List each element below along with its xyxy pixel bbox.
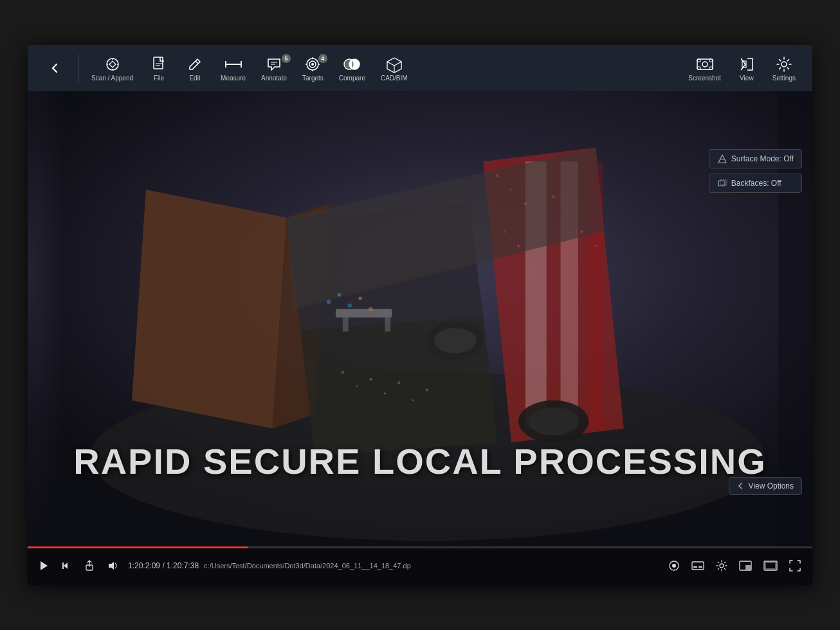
volume-button[interactable] bbox=[104, 558, 123, 573]
settings-icon bbox=[775, 55, 793, 73]
view-options-button[interactable]: View Options bbox=[729, 477, 802, 495]
annotate-button[interactable]: 5 Annotate bbox=[255, 51, 293, 86]
svg-marker-34 bbox=[132, 190, 286, 428]
settings-label: Settings bbox=[772, 75, 796, 82]
play-button[interactable] bbox=[35, 558, 52, 573]
svg-point-65 bbox=[397, 381, 400, 384]
big-text-overlay: RAPID SECURE LOCAL PROCESSING bbox=[28, 440, 812, 482]
viewport[interactable]: Surface Mode: Off Backfaces: Off RAPID S… bbox=[28, 91, 812, 546]
svg-marker-79 bbox=[64, 562, 68, 569]
svg-point-60 bbox=[531, 259, 533, 261]
targets-label: Targets bbox=[302, 75, 324, 82]
targets-button[interactable]: 4 Targets bbox=[296, 51, 330, 86]
svg-rect-77 bbox=[720, 179, 727, 184]
file-label: File bbox=[154, 75, 164, 82]
svg-rect-5 bbox=[154, 57, 163, 69]
svg-point-16 bbox=[311, 63, 314, 66]
playback-speed-button[interactable] bbox=[664, 557, 684, 574]
playback-settings-button[interactable] bbox=[712, 557, 731, 574]
svg-point-68 bbox=[327, 300, 331, 305]
svg-point-50 bbox=[496, 174, 498, 177]
time-display: 1:20:2:09 / 1:20:7:38 bbox=[128, 561, 199, 570]
svg-point-72 bbox=[369, 307, 373, 311]
annotate-label: Annotate bbox=[261, 75, 287, 82]
compare-label: Compare bbox=[339, 75, 365, 82]
svg-point-49 bbox=[528, 408, 579, 436]
svg-rect-90 bbox=[745, 565, 751, 570]
file-icon bbox=[150, 55, 168, 73]
svg-point-59 bbox=[517, 244, 520, 247]
settings-button[interactable]: Settings bbox=[766, 51, 802, 86]
back-icon bbox=[46, 59, 64, 77]
targets-badge: 4 bbox=[318, 54, 327, 63]
svg-rect-80 bbox=[62, 562, 64, 569]
svg-point-64 bbox=[384, 392, 386, 394]
svg-point-47 bbox=[434, 328, 477, 353]
svg-point-70 bbox=[347, 303, 352, 308]
progress-bar-fill bbox=[28, 546, 248, 548]
compare-icon bbox=[343, 55, 361, 73]
measure-icon bbox=[224, 55, 242, 73]
svg-point-56 bbox=[580, 230, 583, 233]
step-back-button[interactable] bbox=[57, 558, 75, 573]
bottom-right-controls bbox=[664, 557, 805, 574]
svg-point-0 bbox=[107, 59, 118, 70]
svg-point-61 bbox=[342, 371, 344, 374]
view-label: View bbox=[740, 75, 754, 82]
surface-mode-label: Surface Mode: Off bbox=[731, 154, 794, 163]
cadbim-icon bbox=[385, 55, 403, 73]
svg-point-69 bbox=[338, 293, 341, 296]
svg-point-67 bbox=[426, 388, 428, 391]
svg-point-53 bbox=[538, 181, 540, 183]
edit-button[interactable]: Edit bbox=[178, 51, 212, 86]
progress-bar-container[interactable] bbox=[28, 546, 812, 548]
svg-point-22 bbox=[349, 59, 360, 69]
svg-point-55 bbox=[567, 210, 569, 212]
view-button[interactable]: View bbox=[730, 51, 763, 86]
file-button[interactable]: File bbox=[142, 51, 176, 86]
annotate-badge: 5 bbox=[282, 54, 291, 63]
svg-rect-86 bbox=[693, 566, 697, 568]
svg-line-8 bbox=[196, 61, 198, 64]
bottom-bar: 1:20:2:09 / 1:20:7:38 c:/Users/Test/Docu… bbox=[28, 546, 812, 585]
backfaces-button[interactable]: Backfaces: Off bbox=[709, 174, 802, 193]
svg-rect-24 bbox=[697, 59, 713, 69]
svg-marker-82 bbox=[109, 562, 114, 570]
time-current: 1:20:2:09 bbox=[128, 561, 160, 570]
right-panel: Surface Mode: Off Backfaces: Off bbox=[709, 149, 802, 193]
toolbar-divider-1 bbox=[78, 54, 78, 82]
svg-point-58 bbox=[503, 231, 505, 233]
svg-point-88 bbox=[720, 564, 724, 568]
svg-rect-92 bbox=[765, 562, 776, 569]
cadbim-button[interactable]: CAD/BIM bbox=[374, 51, 414, 86]
filepath-display: c:/Users/Test/Documents/Dot3d/Data/2024_… bbox=[204, 562, 411, 570]
back-button[interactable] bbox=[38, 55, 71, 81]
svg-point-71 bbox=[358, 297, 361, 300]
view-icon bbox=[738, 55, 756, 73]
fullscreen-button[interactable] bbox=[785, 557, 805, 574]
annotate-icon bbox=[265, 55, 283, 73]
mini-player-button[interactable] bbox=[735, 558, 756, 573]
svg-point-57 bbox=[595, 245, 597, 247]
measure-label: Measure bbox=[221, 75, 246, 82]
svg-point-51 bbox=[510, 188, 512, 190]
edit-icon bbox=[186, 55, 204, 73]
screenshot-button[interactable]: Screenshot bbox=[682, 51, 727, 86]
measure-button[interactable]: Measure bbox=[214, 51, 252, 86]
svg-rect-76 bbox=[718, 181, 725, 186]
svg-point-63 bbox=[369, 378, 372, 381]
compare-button[interactable]: Compare bbox=[333, 51, 372, 86]
scan-append-button[interactable]: Scan / Append bbox=[85, 51, 140, 86]
backfaces-label: Backfaces: Off bbox=[731, 179, 781, 188]
view-options-label: View Options bbox=[749, 482, 794, 491]
cadbim-label: CAD/BIM bbox=[381, 75, 408, 82]
scan-icon bbox=[104, 55, 122, 73]
surface-mode-button[interactable]: Surface Mode: Off bbox=[709, 149, 802, 168]
edit-label: Edit bbox=[189, 75, 200, 82]
svg-point-29 bbox=[702, 62, 708, 67]
share-button[interactable] bbox=[80, 557, 98, 574]
theater-mode-button[interactable] bbox=[760, 558, 781, 573]
subtitles-button[interactable] bbox=[688, 558, 708, 573]
svg-rect-43 bbox=[336, 309, 392, 318]
screenshot-label: Screenshot bbox=[688, 75, 721, 82]
